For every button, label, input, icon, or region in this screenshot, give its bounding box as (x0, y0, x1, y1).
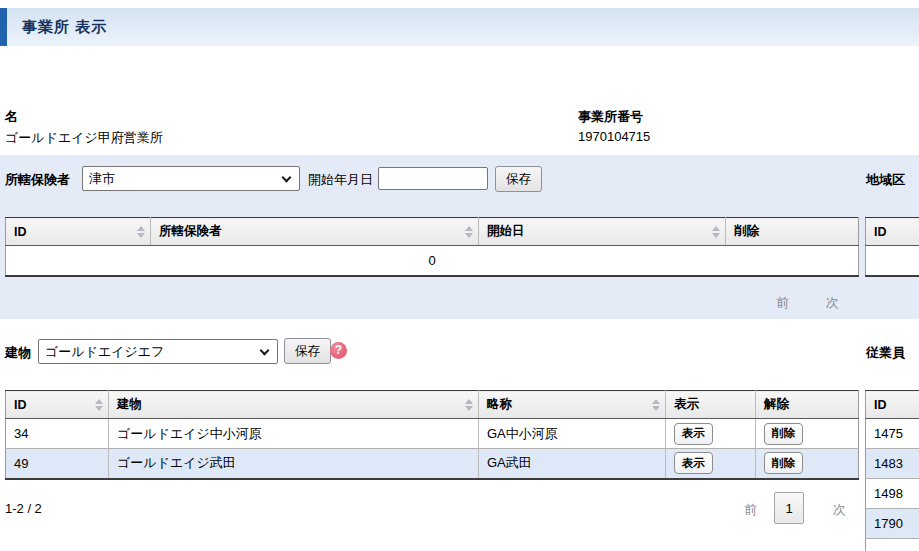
region-table-header-row: ID (866, 218, 919, 246)
employee-col-id: ID (866, 391, 919, 419)
cell-id: 49 (6, 449, 109, 479)
office-number-label: 事業所番号 (578, 108, 643, 126)
page: 事業所 表示 名 ゴールドエイジ甲府営業所 事業所番号 1970104715 所… (0, 0, 919, 551)
building-col-abbr: 略称 (479, 391, 666, 419)
cell-delete: 削除 (756, 419, 859, 449)
start-date-input[interactable] (378, 167, 488, 190)
insurer-pager-next[interactable]: 次 (826, 294, 839, 312)
sort-icon[interactable] (95, 399, 103, 411)
cell-id: 1790 (866, 509, 919, 539)
table-row: 1790 (866, 509, 919, 539)
building-col-building: 建物 (109, 391, 479, 419)
building-pager-page-1[interactable]: 1 (774, 492, 804, 524)
employee-table-header-row: ID (866, 391, 919, 419)
title-accent-bar (0, 8, 7, 46)
building-select[interactable]: ゴールドエイジエフ (38, 339, 278, 364)
insurer-empty-count: 0 (6, 246, 859, 276)
building-table-header-row: ID 建物 略称 表示 解除 (6, 391, 859, 419)
employee-section-label: 従業員 (866, 344, 905, 362)
insurer-col-startdate: 開始日 (479, 218, 726, 246)
table-row: 34 ゴールドエイジ中小河原 GA中小河原 表示 削除 (6, 419, 859, 449)
sort-icon[interactable] (465, 226, 473, 238)
region-col-id: ID (866, 218, 919, 246)
building-table: ID 建物 略称 表示 解除 34 ゴールドエイジ中小河原 GA中小河原 表示 … (5, 390, 859, 480)
insurer-select-value: 津市 (89, 170, 115, 188)
building-col-show: 表示 (666, 391, 756, 419)
table-row: 1475 (866, 419, 919, 449)
help-icon[interactable]: ? (330, 342, 347, 359)
insurer-select[interactable]: 津市 (82, 166, 300, 191)
insurer-col-id: ID (6, 218, 151, 246)
cell-id: 1498 (866, 479, 919, 509)
title-bar: 事業所 表示 (0, 8, 919, 46)
sort-icon[interactable] (652, 399, 660, 411)
show-button[interactable]: 表示 (674, 452, 713, 474)
table-row: 1498 (866, 479, 919, 509)
insurer-empty-row: 0 (6, 246, 859, 276)
sort-icon[interactable] (712, 226, 720, 238)
office-number-value: 1970104715 (578, 129, 650, 144)
table-row: 49 ゴールドエイジ武田 GA武田 表示 削除 (6, 449, 859, 479)
cell-abbr: GA武田 (479, 449, 666, 479)
employee-table: ID 1475 1483 1498 1790 (865, 390, 919, 551)
building-label: 建物 (5, 344, 31, 362)
delete-button[interactable]: 削除 (764, 423, 803, 445)
building-col-release: 解除 (756, 391, 859, 419)
chevron-down-icon (282, 173, 292, 183)
cell-id: 1475 (866, 419, 919, 449)
building-save-button[interactable]: 保存 (284, 338, 331, 364)
name-value: ゴールドエイジ甲府営業所 (5, 129, 163, 147)
sort-icon[interactable] (465, 399, 473, 411)
region-section-label: 地域区 (866, 171, 905, 189)
cell-building: ゴールドエイジ中小河原 (109, 419, 479, 449)
insurer-label: 所轄保険者 (5, 171, 70, 189)
insurer-col-insurer: 所轄保険者 (151, 218, 479, 246)
cell-id: 34 (6, 419, 109, 449)
insurer-table: ID 所轄保険者 開始日 削除 0 (5, 217, 859, 277)
chevron-down-icon (260, 346, 270, 356)
insurer-col-delete: 削除 (726, 218, 859, 246)
insurer-pager-prev[interactable]: 前 (776, 294, 789, 312)
start-date-label: 開始年月日 (308, 171, 373, 189)
sort-icon[interactable] (137, 226, 145, 238)
name-label: 名 (5, 108, 18, 126)
building-pager-next[interactable]: 次 (833, 501, 846, 519)
cell-building: ゴールドエイジ武田 (109, 449, 479, 479)
building-select-value: ゴールドエイジエフ (45, 343, 164, 361)
page-title: 事業所 表示 (22, 8, 107, 46)
cell-id (866, 539, 919, 551)
region-table: ID (865, 217, 919, 277)
insurer-table-header-row: ID 所轄保険者 開始日 削除 (6, 218, 859, 246)
cell-show: 表示 (666, 449, 756, 479)
cell-delete: 削除 (756, 449, 859, 479)
show-button[interactable]: 表示 (674, 423, 713, 445)
cell-id: 1483 (866, 449, 919, 479)
cell-abbr: GA中小河原 (479, 419, 666, 449)
cell-show: 表示 (666, 419, 756, 449)
result-range: 1-2 / 2 (5, 501, 42, 516)
delete-button[interactable]: 削除 (764, 452, 803, 474)
building-pager-prev[interactable]: 前 (744, 501, 757, 519)
insurer-save-button[interactable]: 保存 (495, 166, 542, 192)
table-row: 1483 (866, 449, 919, 479)
table-row (866, 539, 919, 551)
building-col-id: ID (6, 391, 109, 419)
region-empty-row (866, 246, 919, 276)
